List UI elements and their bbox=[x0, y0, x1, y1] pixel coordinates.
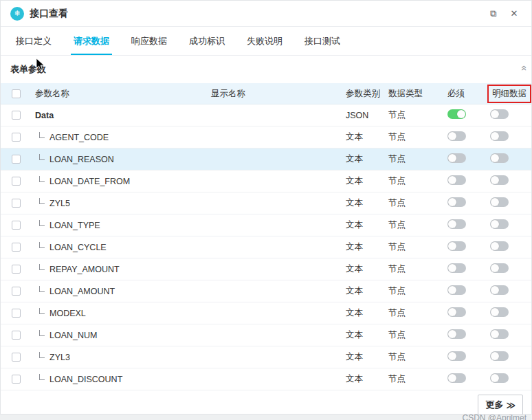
row-checkbox[interactable] bbox=[12, 331, 21, 340]
tree-branch-icon bbox=[39, 154, 45, 160]
form-params-section-header: 表单参数 » bbox=[1, 56, 531, 83]
row-checkbox[interactable] bbox=[12, 177, 21, 186]
detail-data-toggle-cell bbox=[486, 219, 532, 231]
snowflake-app-icon: ❄ bbox=[10, 7, 24, 21]
data-type: 节点 bbox=[384, 109, 443, 121]
tab-4[interactable]: 成功标识 bbox=[178, 27, 236, 55]
tab-3[interactable]: 响应数据 bbox=[120, 27, 178, 55]
param-name-label: ZYL5 bbox=[49, 199, 70, 208]
detail-data-toggle[interactable] bbox=[490, 329, 509, 339]
param-category: 文本 bbox=[342, 175, 384, 187]
row-checkbox[interactable] bbox=[12, 199, 21, 208]
detail-data-toggle[interactable] bbox=[490, 175, 509, 185]
tab-1[interactable]: 接口定义 bbox=[5, 27, 63, 55]
param-name-label: LOAN_CYCLE bbox=[49, 243, 107, 252]
table-row[interactable]: LOAN_REASON文本节点 bbox=[1, 148, 531, 170]
row-checkbox[interactable] bbox=[12, 375, 21, 384]
required-toggle-cell bbox=[443, 329, 486, 341]
row-checkbox[interactable] bbox=[12, 133, 21, 142]
detail-data-toggle-cell bbox=[486, 351, 532, 363]
table-row[interactable]: ZYL3文本节点 bbox=[1, 346, 531, 368]
table-row[interactable]: ZYL5文本节点 bbox=[1, 192, 531, 214]
detail-data-toggle-cell bbox=[486, 175, 532, 187]
required-toggle[interactable] bbox=[447, 285, 466, 295]
detail-data-toggle[interactable] bbox=[490, 153, 509, 163]
more-button[interactable]: 更多 ≫ bbox=[478, 395, 523, 415]
table-row[interactable]: LOAN_TYPE文本节点 bbox=[1, 214, 531, 236]
row-checkbox[interactable] bbox=[12, 265, 21, 274]
required-toggle[interactable] bbox=[447, 109, 466, 119]
data-type: 节点 bbox=[384, 197, 443, 209]
row-checkbox-cell bbox=[1, 375, 31, 384]
table-row[interactable]: MODEXL文本节点 bbox=[1, 302, 531, 324]
required-toggle[interactable] bbox=[447, 329, 466, 339]
detail-data-toggle-cell bbox=[486, 241, 532, 253]
param-category: JSON bbox=[342, 111, 384, 120]
detail-data-toggle[interactable] bbox=[490, 373, 509, 383]
row-checkbox[interactable] bbox=[12, 287, 21, 296]
param-name-label: LOAN_AMOUNT bbox=[49, 287, 115, 296]
detail-data-toggle[interactable] bbox=[490, 197, 509, 207]
required-toggle[interactable] bbox=[447, 263, 466, 273]
detail-data-toggle[interactable] bbox=[490, 219, 509, 229]
detail-data-toggle-cell bbox=[486, 153, 532, 165]
select-all-checkbox[interactable] bbox=[12, 89, 21, 98]
tab-5[interactable]: 失败说明 bbox=[236, 27, 293, 55]
table-row[interactable]: LOAN_NUM文本节点 bbox=[1, 324, 531, 346]
required-toggle[interactable] bbox=[447, 373, 466, 383]
row-checkbox[interactable] bbox=[12, 111, 21, 120]
expand-icon[interactable]: ⧉ bbox=[486, 6, 501, 21]
required-toggle[interactable] bbox=[447, 307, 466, 317]
collapse-double-chevron-up-icon[interactable]: » bbox=[518, 65, 529, 71]
required-toggle-cell bbox=[443, 263, 486, 275]
table-row[interactable]: LOAN_CYCLE文本节点 bbox=[1, 236, 531, 258]
table-row[interactable]: AGENT_CODE文本节点 bbox=[1, 126, 531, 148]
data-type: 节点 bbox=[384, 241, 443, 253]
row-checkbox[interactable] bbox=[12, 155, 21, 164]
row-checkbox[interactable] bbox=[12, 353, 21, 362]
table-row[interactable]: LOAN_AMOUNT文本节点 bbox=[1, 280, 531, 302]
required-toggle[interactable] bbox=[447, 131, 466, 141]
detail-data-toggle-cell bbox=[486, 197, 532, 209]
detail-data-toggle[interactable] bbox=[490, 109, 509, 119]
required-toggle[interactable] bbox=[447, 219, 466, 229]
data-type: 节点 bbox=[384, 351, 443, 363]
tab-2[interactable]: 请求数据 bbox=[63, 27, 120, 55]
data-type: 节点 bbox=[384, 153, 443, 165]
param-name: LOAN_TYPE bbox=[31, 220, 207, 230]
detail-data-toggle[interactable] bbox=[490, 131, 509, 141]
table-header-row: 参数名称 显示名称 参数类别 数据类型 必须 明细数据 bbox=[1, 83, 531, 104]
row-checkbox[interactable] bbox=[12, 243, 21, 252]
row-checkbox-cell bbox=[1, 309, 31, 318]
close-icon[interactable]: ✕ bbox=[507, 6, 522, 21]
col-detail-data-cell: 明细数据 bbox=[486, 85, 532, 103]
required-toggle[interactable] bbox=[447, 153, 466, 163]
required-toggle[interactable] bbox=[447, 351, 466, 361]
param-category: 文本 bbox=[342, 219, 384, 231]
required-toggle-cell bbox=[443, 373, 486, 385]
detail-data-toggle[interactable] bbox=[490, 241, 509, 251]
row-checkbox[interactable] bbox=[12, 221, 21, 230]
detail-data-toggle[interactable] bbox=[490, 285, 509, 295]
detail-data-toggle[interactable] bbox=[490, 263, 509, 273]
param-category: 文本 bbox=[342, 153, 384, 165]
table-row[interactable]: REPAY_AMOUNT文本节点 bbox=[1, 258, 531, 280]
table-row[interactable]: DataJSON节点 bbox=[1, 104, 531, 126]
tab-6[interactable]: 接口测试 bbox=[293, 27, 351, 55]
table-row[interactable]: LOAN_DATE_FROM文本节点 bbox=[1, 170, 531, 192]
param-name: LOAN_DISCOUNT bbox=[31, 374, 207, 384]
required-toggle[interactable] bbox=[447, 197, 466, 207]
required-toggle[interactable] bbox=[447, 241, 466, 251]
table-row[interactable]: LOAN_DISCOUNT文本节点 bbox=[1, 368, 531, 390]
param-name: LOAN_REASON bbox=[31, 154, 207, 164]
param-category: 文本 bbox=[342, 241, 384, 253]
data-type: 节点 bbox=[384, 263, 443, 275]
section-title: 表单参数 bbox=[10, 63, 46, 76]
required-toggle[interactable] bbox=[447, 175, 466, 185]
detail-data-toggle[interactable] bbox=[490, 351, 509, 361]
col-detail-data: 明细数据 bbox=[487, 85, 531, 103]
detail-data-toggle[interactable] bbox=[490, 307, 509, 317]
tree-branch-icon bbox=[39, 374, 45, 380]
required-toggle-cell bbox=[443, 131, 486, 143]
row-checkbox[interactable] bbox=[12, 309, 21, 318]
